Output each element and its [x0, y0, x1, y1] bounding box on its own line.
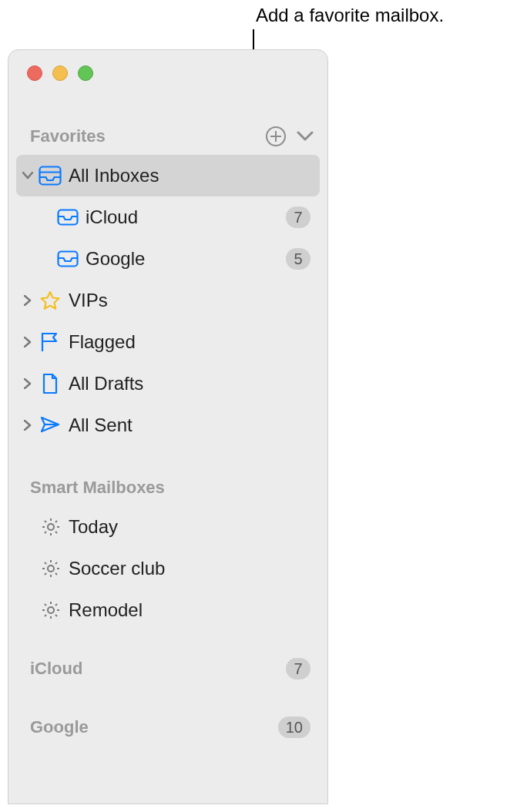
disclosure-toggle[interactable]: [19, 172, 36, 180]
sidebar-item-label: Google: [81, 248, 286, 270]
unread-badge: 10: [278, 716, 310, 738]
chevron-down-icon: [297, 131, 314, 142]
smart-mailboxes-list: Today Soccer club Remodel: [8, 506, 327, 631]
smart-mailbox-today[interactable]: Today: [16, 506, 320, 548]
disclosure-toggle[interactable]: [19, 420, 36, 431]
favorites-list: All Inboxes iCloud 7 Google 5: [8, 155, 327, 446]
sidebar-item-label: Today: [64, 516, 310, 538]
gear-icon: [41, 600, 61, 620]
sidebar-item-flagged[interactable]: Flagged: [16, 321, 320, 363]
sidebar-item-all-inboxes[interactable]: All Inboxes: [16, 155, 320, 196]
account-icloud-header[interactable]: iCloud 7: [16, 648, 320, 690]
gear-icon: [41, 517, 61, 537]
all-inboxes-icon: [39, 166, 62, 186]
sidebar-item-label: iCloud: [81, 206, 286, 228]
smart-mailboxes-title: Smart Mailboxes: [30, 478, 314, 498]
sidebar-item-label: Soccer club: [64, 558, 310, 579]
sidebar-item-label: VIPs: [64, 290, 310, 311]
disclosure-toggle[interactable]: [19, 378, 36, 389]
chevron-right-icon: [24, 337, 32, 347]
minimize-window-button[interactable]: [52, 65, 68, 81]
sidebar-item-google-inbox[interactable]: Google 5: [16, 238, 320, 280]
favorites-menu-button[interactable]: [297, 131, 314, 142]
document-icon: [42, 373, 59, 394]
smart-mailbox-remodel[interactable]: Remodel: [16, 589, 320, 631]
account-label: Google: [30, 717, 278, 737]
flag-icon: [40, 331, 60, 353]
unread-badge: 5: [286, 248, 310, 270]
disclosure-toggle[interactable]: [19, 295, 36, 306]
add-favorite-button[interactable]: [266, 126, 286, 146]
svg-point-4: [48, 565, 54, 572]
disclosure-toggle[interactable]: [19, 337, 36, 347]
sidebar-item-all-drafts[interactable]: All Drafts: [16, 363, 320, 404]
smart-mailboxes-header: Smart Mailboxes: [8, 469, 327, 506]
sidebar-item-all-sent[interactable]: All Sent: [16, 404, 320, 446]
chevron-down-icon: [22, 172, 33, 180]
window-controls: [8, 50, 327, 81]
inbox-icon: [57, 250, 79, 267]
unread-badge: 7: [286, 206, 310, 228]
sidebar-item-label: All Sent: [64, 414, 310, 436]
sidebar-item-label: Flagged: [64, 331, 310, 353]
svg-point-3: [48, 524, 54, 530]
callout-text: Add a favorite mailbox.: [256, 5, 444, 26]
smart-mailbox-soccer-club[interactable]: Soccer club: [16, 548, 320, 589]
sidebar-item-label: Remodel: [64, 599, 310, 621]
star-icon: [39, 290, 61, 310]
mail-sidebar-window: Favorites All Inboxes: [8, 49, 328, 804]
chevron-right-icon: [24, 378, 32, 389]
unread-badge: 7: [286, 658, 310, 679]
favorites-header-actions: [266, 126, 314, 146]
favorites-header: Favorites: [8, 118, 327, 155]
svg-point-5: [48, 607, 54, 613]
sidebar-item-label: All Inboxes: [64, 165, 310, 186]
plus-icon: [270, 131, 281, 142]
sidebar-item-icloud-inbox[interactable]: iCloud 7: [16, 196, 320, 238]
account-label: iCloud: [30, 659, 286, 679]
sidebar-item-vips[interactable]: VIPs: [16, 280, 320, 321]
chevron-right-icon: [24, 295, 32, 306]
favorites-title: Favorites: [30, 126, 266, 146]
account-google-header[interactable]: Google 10: [16, 706, 320, 748]
inbox-icon: [57, 209, 79, 226]
close-window-button[interactable]: [27, 65, 42, 81]
svg-rect-0: [40, 167, 61, 185]
gear-icon: [41, 559, 61, 579]
sidebar-item-label: All Drafts: [64, 373, 310, 394]
zoom-window-button[interactable]: [78, 65, 93, 81]
paper-plane-icon: [39, 415, 61, 435]
chevron-right-icon: [24, 420, 32, 431]
